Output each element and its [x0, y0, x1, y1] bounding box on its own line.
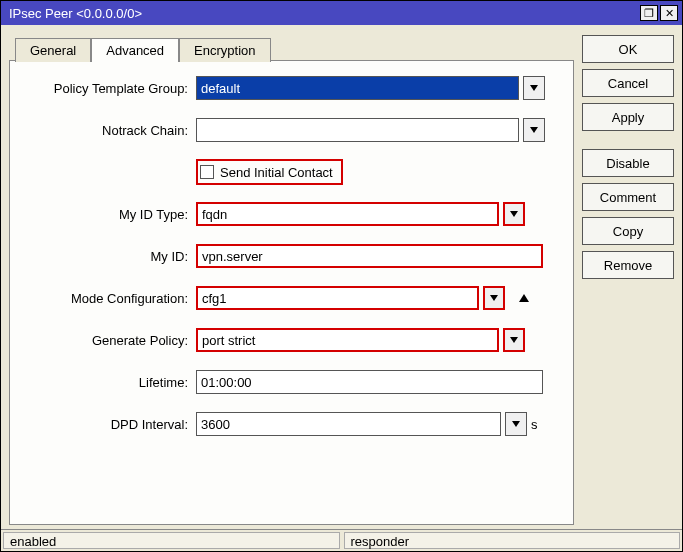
tabs-bar: General Advanced Encryption — [9, 33, 574, 61]
status-enabled: enabled — [3, 532, 340, 549]
my-id-type-field[interactable] — [196, 202, 499, 226]
status-bar: enabled responder — [1, 529, 682, 551]
my-id-label: My ID: — [20, 249, 196, 264]
lifetime-label: Lifetime: — [20, 375, 196, 390]
ok-button[interactable]: OK — [582, 35, 674, 63]
close-button[interactable]: ✕ — [660, 5, 678, 21]
dpd-interval-field[interactable] — [196, 412, 501, 436]
dpd-interval-dropdown-icon[interactable] — [505, 412, 527, 436]
my-id-type-label: My ID Type: — [20, 207, 196, 222]
tab-general[interactable]: General — [15, 38, 91, 62]
status-responder: responder — [344, 532, 681, 549]
my-id-type-dropdown-icon[interactable] — [503, 202, 525, 226]
advanced-panel: Policy Template Group: Notrack Chain: — [9, 60, 574, 525]
dpd-interval-unit: s — [531, 417, 545, 432]
policy-template-group-field[interactable] — [196, 76, 519, 100]
policy-template-group-dropdown-icon[interactable] — [523, 76, 545, 100]
generate-policy-field[interactable] — [196, 328, 499, 352]
tab-advanced[interactable]: Advanced — [91, 38, 179, 62]
notrack-chain-field[interactable] — [196, 118, 519, 142]
remove-button[interactable]: Remove — [582, 251, 674, 279]
dpd-interval-label: DPD Interval: — [20, 417, 196, 432]
cancel-button[interactable]: Cancel — [582, 69, 674, 97]
apply-button[interactable]: Apply — [582, 103, 674, 131]
send-initial-contact-wrap: Send Initial Contact — [196, 159, 343, 185]
send-initial-contact-label: Send Initial Contact — [220, 165, 333, 180]
ipsec-peer-window: IPsec Peer <0.0.0.0/0> ❐ ✕ General Advan… — [0, 0, 683, 552]
window-title: IPsec Peer <0.0.0.0/0> — [9, 6, 638, 21]
mode-configuration-field[interactable] — [196, 286, 479, 310]
generate-policy-label: Generate Policy: — [20, 333, 196, 348]
notrack-chain-label: Notrack Chain: — [20, 123, 196, 138]
disable-button[interactable]: Disable — [582, 149, 674, 177]
restore-button[interactable]: ❐ — [640, 5, 658, 21]
send-initial-contact-checkbox[interactable] — [200, 165, 214, 179]
action-buttons: OK Cancel Apply Disable Comment Copy Rem… — [582, 33, 674, 525]
mode-configuration-collapse-icon[interactable] — [519, 294, 529, 302]
mode-configuration-dropdown-icon[interactable] — [483, 286, 505, 310]
copy-button[interactable]: Copy — [582, 217, 674, 245]
my-id-field[interactable] — [196, 244, 543, 268]
comment-button[interactable]: Comment — [582, 183, 674, 211]
policy-template-group-label: Policy Template Group: — [20, 81, 196, 96]
mode-configuration-label: Mode Configuration: — [20, 291, 196, 306]
notrack-chain-dropdown-icon[interactable] — [523, 118, 545, 142]
lifetime-field[interactable] — [196, 370, 543, 394]
generate-policy-dropdown-icon[interactable] — [503, 328, 525, 352]
tab-encryption[interactable]: Encryption — [179, 38, 270, 62]
titlebar: IPsec Peer <0.0.0.0/0> ❐ ✕ — [1, 1, 682, 25]
